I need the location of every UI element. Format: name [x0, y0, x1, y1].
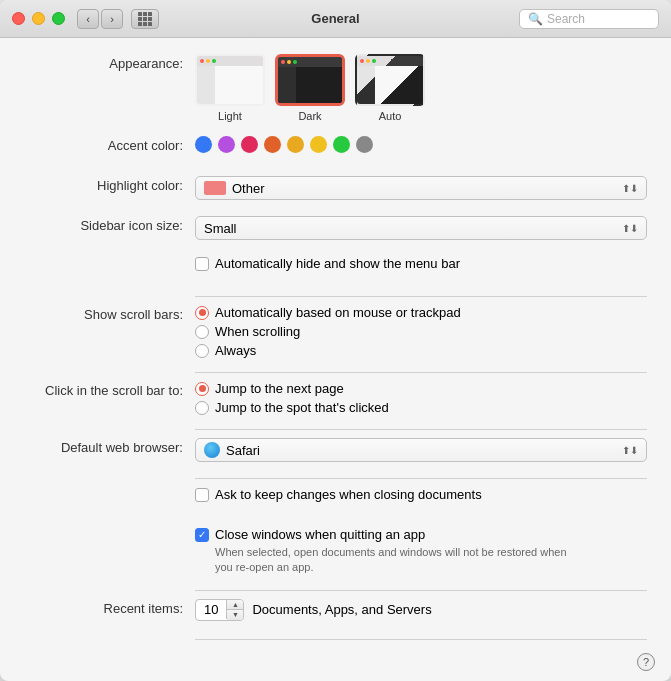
recent-items-stepper[interactable]: 10 ▲ ▼ [195, 599, 244, 621]
appearance-content: Light [195, 54, 647, 122]
appearance-label-light: Light [218, 110, 242, 122]
accent-pink[interactable] [241, 136, 258, 153]
auto-hide-checkbox[interactable] [195, 257, 209, 271]
scroll-bars-label: Show scroll bars: [0, 305, 195, 322]
close-windows-check: ✓ [198, 530, 206, 540]
recent-items-content: 10 ▲ ▼ Documents, Apps, and Servers [195, 599, 647, 621]
auto-hide-label [0, 256, 195, 258]
click-next-page-dot [199, 385, 206, 392]
highlight-color-dropdown[interactable]: Other ⬆⬇ [195, 176, 647, 200]
accent-yellow[interactable] [310, 136, 327, 153]
recent-items-row: Recent items: 10 ▲ ▼ Documents, Apps, an… [0, 599, 647, 625]
scroll-always-label: Always [215, 343, 256, 358]
scroll-auto-dot [199, 309, 206, 316]
close-windows-label [0, 527, 195, 529]
default-browser-content: Safari ⬆⬇ [195, 438, 647, 462]
ask-keep-text: Ask to keep changes when closing documen… [215, 487, 482, 502]
close-windows-checkbox[interactable]: ✓ [195, 528, 209, 542]
scroll-bars-content: Automatically based on mouse or trackpad… [195, 305, 647, 358]
accent-color-row: Accent color: [0, 136, 647, 162]
appearance-row: Appearance: [0, 54, 647, 122]
ask-keep-label [0, 487, 195, 489]
stepper-up[interactable]: ▲ [227, 600, 243, 610]
window: ‹ › General 🔍 Search Appearance: [0, 0, 671, 681]
click-spot-label: Jump to the spot that's clicked [215, 400, 389, 415]
ask-keep-content: Ask to keep changes when closing documen… [195, 487, 647, 502]
search-icon: 🔍 [528, 12, 543, 26]
auto-hide-content: Automatically hide and show the menu bar [195, 256, 647, 271]
nav-buttons: ‹ › [77, 9, 123, 29]
click-spot-radio[interactable] [195, 401, 209, 415]
appearance-option-light: Light [195, 54, 265, 122]
accent-red[interactable] [264, 136, 281, 153]
traffic-lights [12, 12, 65, 25]
scroll-bars-row: Show scroll bars: Automatically based on… [0, 305, 647, 358]
appearance-label-dark: Dark [298, 110, 321, 122]
recent-items-label: Recent items: [0, 599, 195, 616]
ask-keep-row: Ask to keep changes when closing documen… [0, 487, 647, 513]
default-browser-dropdown[interactable]: Safari ⬆⬇ [195, 438, 647, 462]
maximize-button[interactable] [52, 12, 65, 25]
accent-gray[interactable] [356, 136, 373, 153]
click-spot-item: Jump to the spot that's clicked [195, 400, 647, 415]
default-browser-label: Default web browser: [0, 438, 195, 455]
scroll-scrolling-radio[interactable] [195, 325, 209, 339]
browser-dropdown-arrow: ⬆⬇ [622, 445, 638, 456]
click-scroll-content: Jump to the next page Jump to the spot t… [195, 381, 647, 415]
scroll-auto-label: Automatically based on mouse or trackpad [215, 305, 461, 320]
click-scroll-row: Click in the scroll bar to: Jump to the … [0, 381, 647, 415]
separator-2 [195, 372, 647, 373]
grid-button[interactable] [131, 9, 159, 29]
close-button[interactable] [12, 12, 25, 25]
separator-1 [195, 296, 647, 297]
accent-blue[interactable] [195, 136, 212, 153]
accent-green[interactable] [333, 136, 350, 153]
search-placeholder: Search [547, 12, 585, 26]
bottom-bar: ? [0, 647, 671, 681]
dropdown-arrow: ⬆⬇ [622, 183, 638, 194]
accent-color-label: Accent color: [0, 136, 195, 153]
sidebar-icon-value: Small [204, 221, 237, 236]
appearance-thumb-dark[interactable] [275, 54, 345, 106]
close-windows-row: ✓ Close windows when quitting an app Whe… [0, 527, 647, 576]
scroll-auto-radio[interactable] [195, 306, 209, 320]
forward-button[interactable]: › [101, 9, 123, 29]
sidebar-icon-row: Sidebar icon size: Small ⬆⬇ [0, 216, 647, 242]
click-next-page-label: Jump to the next page [215, 381, 344, 396]
recent-items-suffix: Documents, Apps, and Servers [252, 602, 431, 617]
appearance-label-auto: Auto [379, 110, 402, 122]
minimize-button[interactable] [32, 12, 45, 25]
close-windows-note: When selected, open documents and window… [215, 545, 585, 576]
highlight-color-label: Highlight color: [0, 176, 195, 193]
accent-purple[interactable] [218, 136, 235, 153]
sidebar-icon-label: Sidebar icon size: [0, 216, 195, 233]
scroll-scrolling-item: When scrolling [195, 324, 647, 339]
sidebar-icon-dropdown[interactable]: Small ⬆⬇ [195, 216, 647, 240]
scroll-always-item: Always [195, 343, 647, 358]
separator-5 [195, 590, 647, 591]
search-box[interactable]: 🔍 Search [519, 9, 659, 29]
ask-keep-item: Ask to keep changes when closing documen… [195, 487, 647, 502]
separator-4 [195, 478, 647, 479]
help-button[interactable]: ? [637, 653, 655, 671]
click-scroll-group: Jump to the next page Jump to the spot t… [195, 381, 647, 415]
window-title: General [311, 11, 359, 26]
settings-content: Appearance: [0, 38, 671, 647]
scroll-bars-group: Automatically based on mouse or trackpad… [195, 305, 647, 358]
scroll-always-radio[interactable] [195, 344, 209, 358]
click-scroll-label: Click in the scroll bar to: [0, 381, 195, 398]
back-button[interactable]: ‹ [77, 9, 99, 29]
close-windows-text: Close windows when quitting an app [215, 527, 425, 542]
click-next-page-radio[interactable] [195, 382, 209, 396]
separator-6 [195, 639, 647, 640]
accent-orange[interactable] [287, 136, 304, 153]
recent-items-value: 10 [196, 600, 227, 619]
appearance-thumb-auto[interactable] [355, 54, 425, 106]
appearance-option-auto: Auto [355, 54, 425, 122]
appearance-thumb-light[interactable] [195, 54, 265, 106]
safari-icon [204, 442, 220, 458]
stepper-down[interactable]: ▼ [227, 610, 243, 620]
ask-keep-checkbox[interactable] [195, 488, 209, 502]
separator-3 [195, 429, 647, 430]
accent-colors [195, 136, 647, 153]
